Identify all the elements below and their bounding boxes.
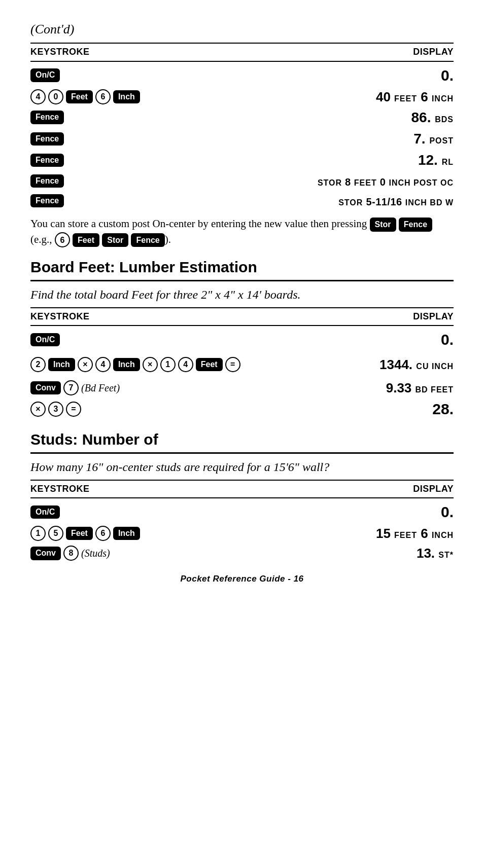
- key-3[interactable]: 3: [48, 402, 63, 417]
- col-headers-2: KEYSTROKE DISPLAY: [30, 307, 454, 326]
- cont-label: (Cont'd): [30, 20, 454, 39]
- keystroke-cell: Fence: [30, 174, 64, 188]
- table-row: × 3 = 28.: [30, 399, 454, 420]
- table-row: 2 Inch × 4 Inch × 1 4 Feet = 1344. CU IN…: [30, 352, 454, 377]
- equals-key[interactable]: =: [225, 357, 240, 372]
- table-row: Fence STOR 8 FEET 0 INCH POST OC: [30, 172, 454, 190]
- key-4b[interactable]: 4: [178, 357, 193, 372]
- display-cell: 13. ST*: [110, 544, 454, 562]
- feet-key[interactable]: Feet: [73, 233, 99, 247]
- key-1[interactable]: 1: [30, 526, 46, 541]
- display-cell: 9.33 BD FEET: [120, 379, 454, 397]
- keystroke-header: KEYSTROKE: [30, 483, 90, 495]
- key-8[interactable]: 8: [63, 546, 79, 561]
- table-row: On/C 0.: [30, 329, 454, 350]
- key-5[interactable]: 5: [48, 526, 63, 541]
- table-row: Fence STOR 5-11/16 INCH BD W: [30, 192, 454, 210]
- onc-key[interactable]: On/C: [30, 68, 60, 82]
- inch-key[interactable]: Inch: [48, 358, 75, 371]
- key-1[interactable]: 1: [160, 357, 176, 372]
- display-cell: 12. RL: [64, 150, 454, 170]
- table-row: On/C 0.: [30, 501, 454, 523]
- inch-key[interactable]: Inch: [113, 527, 140, 540]
- fence-key[interactable]: Fence: [30, 154, 64, 167]
- table-row: Conv 8 (Studs) 13. ST*: [30, 544, 454, 562]
- fence-key[interactable]: Fence: [30, 111, 64, 124]
- studs-label: (Studs): [81, 546, 110, 560]
- keystroke-cell: Fence: [30, 111, 64, 124]
- display-cell: 40 FEET 6 INCH: [140, 88, 454, 106]
- feet-key[interactable]: Feet: [196, 358, 223, 371]
- conv-key[interactable]: Conv: [30, 381, 61, 394]
- conv-key[interactable]: Conv: [30, 547, 61, 560]
- key-4[interactable]: 4: [30, 89, 46, 104]
- keystroke-cell: × 3 =: [30, 402, 81, 417]
- table-row: Fence 86. BDS: [30, 107, 454, 127]
- stor-key[interactable]: Stor: [370, 218, 396, 231]
- display-cell: 0.: [60, 501, 454, 523]
- fence-key[interactable]: Fence: [30, 132, 64, 146]
- keystroke-cell: 4 0 Feet 6 Inch: [30, 89, 140, 104]
- table-row: Conv 7 (Bd Feet) 9.33 BD FEET: [30, 379, 454, 397]
- keystroke-header: KEYSTROKE: [30, 46, 90, 58]
- fence-key[interactable]: Fence: [30, 194, 64, 207]
- col-headers-1: KEYSTROKE DISPLAY: [30, 43, 454, 61]
- keystroke-cell: On/C: [30, 68, 60, 82]
- equals-key[interactable]: =: [66, 402, 81, 417]
- footer: Pocket Reference Guide - 16: [30, 573, 454, 585]
- keystroke-cell: Conv 8 (Studs): [30, 546, 110, 561]
- key-0[interactable]: 0: [48, 89, 63, 104]
- display-cell: 1344. CU INCH: [240, 355, 454, 374]
- inch-key[interactable]: Inch: [113, 358, 140, 371]
- keystroke-cell: Fence: [30, 194, 64, 207]
- keystroke-header: KEYSTROKE: [30, 310, 90, 323]
- feet-key[interactable]: Feet: [66, 527, 93, 540]
- keystroke-cell: On/C: [30, 333, 60, 346]
- key-7[interactable]: 7: [63, 380, 79, 395]
- table-row: Fence 7. POST: [30, 129, 454, 149]
- keystroke-cell: 2 Inch × 4 Inch × 1 4 Feet =: [30, 357, 240, 372]
- key-6[interactable]: 6: [95, 89, 111, 104]
- display-cell: STOR 8 FEET 0 INCH POST OC: [64, 172, 454, 190]
- fence-key[interactable]: Fence: [399, 218, 432, 231]
- fence-key[interactable]: Fence: [30, 174, 64, 188]
- display-cell: STOR 5-11/16 INCH BD W: [64, 192, 454, 210]
- section1-table: KEYSTROKE DISPLAY On/C 0. 4 0 Feet 6 Inc…: [30, 43, 454, 210]
- fence-key[interactable]: Fence: [131, 233, 164, 247]
- multiply-key[interactable]: ×: [30, 402, 46, 417]
- key-2[interactable]: 2: [30, 357, 46, 372]
- multiply-key[interactable]: ×: [143, 357, 158, 372]
- section3-table: KEYSTROKE DISPLAY On/C 0. 1 5 Feet 6 Inc…: [30, 480, 454, 563]
- display-cell: 7. POST: [64, 129, 454, 149]
- onc-key[interactable]: On/C: [30, 333, 60, 346]
- multiply-key[interactable]: ×: [78, 357, 93, 372]
- board-feet-intro: Find the total board Feet for three 2" x…: [30, 286, 454, 303]
- studs-intro: How many 16" on-center studs are require…: [30, 459, 454, 475]
- stor-key[interactable]: Stor: [102, 233, 128, 247]
- key-6[interactable]: 6: [55, 232, 70, 247]
- keystroke-cell: Conv 7 (Bd Feet): [30, 380, 120, 395]
- display-header: DISPLAY: [413, 483, 454, 495]
- display-cell: 86. BDS: [64, 107, 454, 127]
- display-header: DISPLAY: [413, 46, 454, 58]
- table-row: On/C 0.: [30, 65, 454, 86]
- onc-key[interactable]: On/C: [30, 505, 60, 519]
- table-row: 1 5 Feet 6 Inch 15 FEET 6 INCH: [30, 524, 454, 542]
- bd-feet-label: (Bd Feet): [81, 381, 120, 395]
- section2-table: KEYSTROKE DISPLAY On/C 0. 2 Inch × 4 Inc…: [30, 307, 454, 420]
- display-cell: 28.: [81, 399, 454, 420]
- studs-heading: Studs: Number of: [30, 429, 454, 454]
- key-4[interactable]: 4: [95, 357, 111, 372]
- custom-post-paragraph: You can store a custom post On-center by…: [30, 216, 454, 247]
- inch-key[interactable]: Inch: [113, 90, 140, 103]
- display-header: DISPLAY: [413, 310, 454, 323]
- table-row: Fence 12. RL: [30, 150, 454, 170]
- keystroke-cell: Fence: [30, 132, 64, 146]
- board-feet-heading: Board Feet: Lumber Estimation: [30, 257, 454, 281]
- display-cell: 0.: [60, 65, 454, 86]
- feet-key[interactable]: Feet: [66, 90, 93, 103]
- keystroke-cell: On/C: [30, 505, 60, 519]
- display-cell: 15 FEET 6 INCH: [140, 524, 454, 542]
- key-6[interactable]: 6: [95, 526, 111, 541]
- col-headers-3: KEYSTROKE DISPLAY: [30, 480, 454, 498]
